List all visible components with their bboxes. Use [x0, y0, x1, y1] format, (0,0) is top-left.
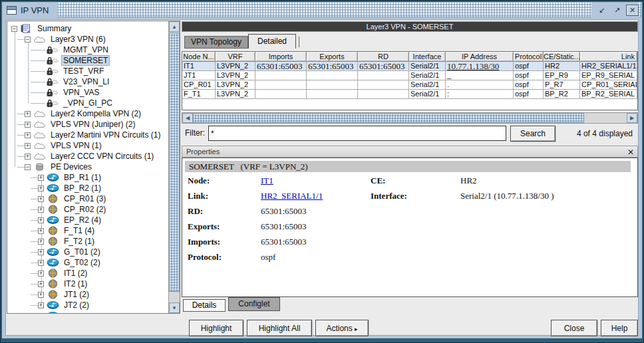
expand-icon[interactable]: + [38, 239, 44, 245]
expand-icon[interactable]: + [38, 207, 44, 213]
tree-item-mgmt-vpn[interactable]: MGMT_VPN [7, 45, 168, 55]
help-button[interactable]: Help [601, 320, 638, 336]
column-header-imports[interactable]: Imports [255, 52, 307, 62]
tree-item-bp-r1-1[interactable]: +BP_R1 (1) [7, 172, 168, 183]
expand-icon[interactable]: + [38, 196, 44, 202]
expand-icon[interactable]: + [38, 175, 44, 181]
actions-button[interactable]: Actions ▸ [315, 320, 369, 336]
expand-icon[interactable]: + [38, 292, 44, 298]
minimize-icon[interactable] [595, 5, 608, 16]
scroll-down-icon[interactable] [169, 302, 180, 313]
router-blue-icon [47, 173, 59, 182]
column-header-node-n[interactable]: Node N... [182, 52, 216, 62]
tree-item-layer2-martini-vpn-circuits-1[interactable]: +Layer2 Martini VPN Circuits (1) [7, 130, 168, 140]
tree-item-jt1-2[interactable]: +JT1 (2) [7, 289, 168, 300]
window-icon [7, 6, 17, 15]
highlight-button[interactable]: Highlight [189, 320, 243, 336]
tree-item-summary[interactable]: −Summary [7, 23, 168, 34]
expand-icon[interactable]: + [38, 271, 44, 277]
tree-item-f-t1-4[interactable]: +F_T1 (4) [7, 225, 168, 236]
tree-item-pe-devices[interactable]: −PE Devices [7, 162, 168, 172]
collapse-icon[interactable]: − [11, 26, 17, 32]
table-scrollbar-thumb[interactable] [193, 113, 584, 123]
table-row[interactable]: CP_R01L3VPN_2Serial2/1.ospfP_R7CP_R01_SE… [182, 80, 637, 90]
property-value: ospf [261, 252, 275, 263]
table-cell: F_T1 [182, 90, 216, 99]
close-icon[interactable] [626, 5, 639, 16]
scroll-left-icon[interactable] [182, 113, 193, 123]
expand-icon[interactable]: + [25, 154, 31, 160]
scroll-right-icon[interactable] [627, 113, 637, 123]
collapse-icon[interactable]: − [25, 164, 31, 170]
expand-icon[interactable]: + [38, 281, 44, 287]
tree-vertical-scrollbar[interactable] [168, 21, 180, 313]
expand-icon[interactable]: + [25, 122, 31, 128]
expand-icon[interactable]: + [38, 249, 44, 255]
table-horizontal-scrollbar[interactable] [182, 112, 638, 124]
highlight-all-button[interactable]: Highlight All [247, 320, 312, 336]
tree-item-vpls-vpn-juniper-2[interactable]: +VPLS VPN (Juniper) (2) [7, 119, 168, 130]
tab-configlet[interactable]: Configlet [228, 297, 280, 311]
expand-icon[interactable]: + [38, 260, 44, 266]
table-row[interactable]: F_T1L3VPN_2Serial2/1:ospfBP_R2BP_R2_SERI… [182, 90, 637, 99]
tab-details[interactable]: Details [183, 299, 226, 312]
column-header-ip-address[interactable]: IP Address [446, 52, 514, 62]
expand-icon[interactable]: + [38, 217, 44, 223]
expand-icon[interactable]: + [25, 132, 31, 138]
column-header-protocol[interactable]: Protocol [514, 52, 544, 62]
column-header-rd[interactable]: RD [358, 52, 409, 62]
property-value-link[interactable]: HR2_SERIAL1/1 [261, 191, 323, 202]
tree-scrollbar-thumb[interactable] [169, 33, 180, 292]
close-button[interactable]: Close [551, 320, 597, 336]
tree-item-bp-r2-1[interactable]: +BP_R2 (1) [7, 183, 168, 193]
column-header-exports[interactable]: Exports [307, 52, 358, 62]
expand-icon[interactable]: + [38, 302, 44, 308]
collapse-icon[interactable]: − [25, 37, 31, 43]
expand-icon[interactable]: + [38, 185, 44, 191]
tree-item-test-vrf[interactable]: TEST_VRF [7, 66, 168, 76]
column-header-ce-static[interactable]: CE/Static... [544, 52, 580, 62]
tree-item-label: BP_R2 (1) [62, 183, 103, 193]
table-row[interactable]: IT1L3VPN_265301:6500365301:6500365301:65… [182, 62, 637, 71]
scroll-up-icon[interactable] [169, 21, 180, 32]
filter-input[interactable] [208, 126, 506, 141]
expand-icon[interactable]: + [38, 313, 44, 314]
search-button[interactable]: Search [510, 126, 556, 142]
tree-item-g-t02-2[interactable]: +G_T02 (2) [7, 257, 168, 268]
tree-item-layer2-kompella-vpn-2[interactable]: +Layer2 Kompella VPN (2) [7, 108, 168, 119]
properties-header: Properties [182, 146, 638, 158]
tree-item-v23-vpn-li[interactable]: V23_VPN_LI [7, 76, 168, 87]
tree-item-f-t2-1[interactable]: +F_T2 (1) [7, 236, 168, 247]
expand-icon[interactable]: + [25, 111, 31, 117]
tree-item-cp-r02-2[interactable]: +CP_R02 (2) [7, 204, 168, 215]
window-titlebar[interactable]: IP VPN [3, 3, 641, 17]
tree-item-partial[interactable]: + [7, 310, 168, 313]
tree-item-label: F_T1 (4) [62, 225, 96, 236]
column-header-link[interactable]: Link [580, 52, 637, 62]
table-cell: 65301:65003 [358, 62, 409, 71]
ip-address-link[interactable]: 10.77.1.138/30 [446, 62, 514, 71]
column-header-interface[interactable]: Interface [409, 52, 446, 62]
tree-item-label: MGMT_VPN [61, 45, 110, 55]
property-value-link[interactable]: IT1 [261, 175, 273, 187]
tree-item-it1-2[interactable]: +IT1 (2) [7, 268, 168, 279]
maximize-icon[interactable] [611, 5, 623, 16]
table-row[interactable]: JT1L3VPN_2Serial2/1_ospfEP_R9EP_R9_SERIA… [182, 71, 637, 80]
column-header-vrf[interactable]: VRF [216, 52, 255, 62]
tree-item-g-t01-2[interactable]: +G_T01 (2) [7, 247, 168, 257]
expand-icon[interactable]: + [25, 143, 31, 149]
tree-item-vpn-vas[interactable]: VPN_VAS [7, 87, 168, 98]
tree-item-it2-1[interactable]: +IT2 (1) [7, 279, 168, 289]
tree-item-layer3-vpn-6[interactable]: −Layer3 VPN (6) [7, 34, 168, 45]
properties-close-icon[interactable] [627, 147, 634, 158]
expand-icon[interactable]: + [38, 228, 44, 234]
tree-item-cp-r01-3[interactable]: +CP_R01 (3) [7, 193, 168, 204]
tree-item-vpls-vpn-1[interactable]: +VPLS VPN (1) [7, 140, 168, 151]
tree-item-jt2-2[interactable]: +JT2 (2) [7, 300, 168, 310]
tree-item-layer2-ccc-vpn-circuits-1[interactable]: +Layer2 CCC VPN Circuits (1) [7, 151, 168, 162]
tree-item-somerset[interactable]: SOMERSET [7, 55, 168, 66]
tree-item-vpn-gi-pc[interactable]: _VPN_GI_PC [7, 98, 168, 108]
tab-vpn-topology[interactable]: VPN Topology [184, 36, 248, 49]
tab-detailed[interactable]: Detailed [248, 34, 296, 49]
tree-item-ep-r2-4[interactable]: +EP_R2 (4) [7, 215, 168, 225]
